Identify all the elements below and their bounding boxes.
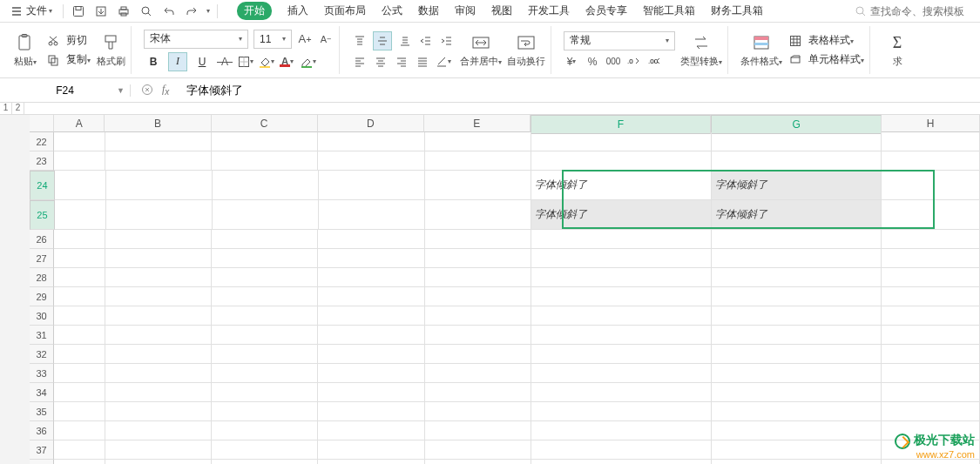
cell-H29[interactable] xyxy=(882,287,980,306)
cell-C22[interactable] xyxy=(212,132,318,151)
cell-A27[interactable] xyxy=(54,249,105,268)
orientation-icon[interactable]: ▾ xyxy=(436,54,451,70)
cell-E27[interactable] xyxy=(425,249,531,268)
underline-button[interactable]: U xyxy=(193,52,212,71)
outline-level-1[interactable]: 1 xyxy=(0,103,12,114)
cell-F25[interactable]: 字体倾斜了 xyxy=(531,200,711,230)
col-header-D[interactable]: D xyxy=(318,115,424,132)
cell-C34[interactable] xyxy=(212,383,318,402)
cell-A33[interactable] xyxy=(54,364,105,383)
save-icon[interactable] xyxy=(71,3,86,19)
cell-G36[interactable] xyxy=(712,421,882,440)
cell-B30[interactable] xyxy=(105,306,212,326)
font-size-select[interactable]: 11▾ xyxy=(253,30,292,49)
cell-B35[interactable] xyxy=(105,402,212,421)
cell-E31[interactable] xyxy=(425,326,531,345)
name-box[interactable]: ▼ xyxy=(0,84,131,97)
cell-F27[interactable] xyxy=(531,249,712,268)
increase-decimal-icon[interactable]: .0 xyxy=(626,54,642,70)
cell-A34[interactable] xyxy=(54,383,105,402)
tab-finance[interactable]: 财务工具箱 xyxy=(711,3,763,18)
row-header-27[interactable]: 27 xyxy=(30,249,54,268)
cell-B27[interactable] xyxy=(105,249,212,268)
bold-button[interactable]: B xyxy=(144,52,163,71)
cell-D29[interactable] xyxy=(318,287,424,306)
cell-A30[interactable] xyxy=(54,306,105,326)
cell-G35[interactable] xyxy=(712,402,882,421)
formula-input[interactable] xyxy=(186,84,973,97)
align-left-icon[interactable] xyxy=(352,54,368,70)
type-convert-button[interactable]: 类型转换▾ xyxy=(680,32,722,68)
cell-D35[interactable] xyxy=(318,402,424,421)
cell-D38[interactable] xyxy=(318,460,424,464)
cell-E32[interactable] xyxy=(425,345,531,364)
increase-indent-icon[interactable] xyxy=(439,33,455,49)
cell-D37[interactable] xyxy=(318,440,424,460)
cell-D27[interactable] xyxy=(318,249,424,268)
cell-G22[interactable] xyxy=(712,132,882,151)
sum-button[interactable]: Σ 求 xyxy=(882,32,912,68)
row-header-37[interactable]: 37 xyxy=(30,440,54,460)
cell-style-button[interactable]: 单元格样式▾ xyxy=(787,52,864,68)
row-header-31[interactable]: 31 xyxy=(30,326,54,345)
cell-A26[interactable] xyxy=(54,230,105,249)
cell-H30[interactable] xyxy=(882,306,980,326)
cell-F24[interactable]: 字体倾斜了 xyxy=(531,171,711,200)
cell-G28[interactable] xyxy=(712,268,882,287)
fill-color-button[interactable]: ▾ xyxy=(259,54,274,70)
cell-H32[interactable] xyxy=(882,345,980,364)
row-header-34[interactable]: 34 xyxy=(30,383,54,402)
cell-A32[interactable] xyxy=(54,345,105,364)
cell-B24[interactable] xyxy=(106,171,213,200)
cell-C24[interactable] xyxy=(213,171,319,200)
cell-C33[interactable] xyxy=(212,364,318,383)
cell-A37[interactable] xyxy=(54,440,105,460)
chevron-down-icon[interactable]: ▼ xyxy=(117,86,125,95)
command-search[interactable] xyxy=(855,5,975,17)
tab-view[interactable]: 视图 xyxy=(491,3,512,18)
qat-more-icon[interactable]: ▾ xyxy=(206,7,210,15)
col-header-H[interactable]: H xyxy=(882,115,980,132)
cell-G33[interactable] xyxy=(712,364,882,383)
cell-B34[interactable] xyxy=(105,383,212,402)
cell-E30[interactable] xyxy=(425,306,531,326)
cell-D33[interactable] xyxy=(318,364,424,383)
font-name-select[interactable]: 宋体▾ xyxy=(144,30,248,49)
cell-F23[interactable] xyxy=(531,151,712,171)
justify-icon[interactable] xyxy=(415,54,430,70)
row-header-26[interactable]: 26 xyxy=(30,230,54,249)
cell-F36[interactable] xyxy=(531,421,712,440)
row-header-32[interactable]: 32 xyxy=(30,345,54,364)
wrap-text-button[interactable]: 自动换行 xyxy=(507,32,545,68)
col-header-G[interactable]: G xyxy=(711,115,882,134)
cell-H28[interactable] xyxy=(882,268,980,287)
cell-B22[interactable] xyxy=(105,132,212,151)
cell-A38[interactable] xyxy=(54,460,105,464)
col-header-C[interactable]: C xyxy=(212,115,318,132)
tab-start[interactable]: 开始 xyxy=(237,2,272,20)
cell-B28[interactable] xyxy=(105,268,212,287)
cell-D34[interactable] xyxy=(318,383,424,402)
cell-D26[interactable] xyxy=(318,230,424,249)
undo-icon[interactable] xyxy=(161,3,177,19)
cell-E22[interactable] xyxy=(425,132,531,151)
cell-B37[interactable] xyxy=(105,440,212,460)
cell-C30[interactable] xyxy=(212,306,318,326)
cell-F29[interactable] xyxy=(531,287,712,306)
decrease-indent-icon[interactable] xyxy=(418,33,434,49)
cell-E29[interactable] xyxy=(425,287,531,306)
cell-H34[interactable] xyxy=(882,383,980,402)
cell-H27[interactable] xyxy=(882,249,980,268)
cell-F30[interactable] xyxy=(531,306,712,326)
cell-G34[interactable] xyxy=(712,383,882,402)
cell-G31[interactable] xyxy=(712,326,882,345)
cell-E33[interactable] xyxy=(425,364,531,383)
table-style-button[interactable]: 表格样式▾ xyxy=(787,33,864,49)
cell-F35[interactable] xyxy=(531,402,712,421)
row-header-28[interactable]: 28 xyxy=(30,268,54,287)
cell-G37[interactable] xyxy=(712,440,882,460)
row-header-25[interactable]: 25 xyxy=(30,200,55,230)
currency-icon[interactable]: ¥▾ xyxy=(564,54,579,70)
print-preview-icon[interactable] xyxy=(139,3,154,19)
cell-H35[interactable] xyxy=(882,402,980,421)
